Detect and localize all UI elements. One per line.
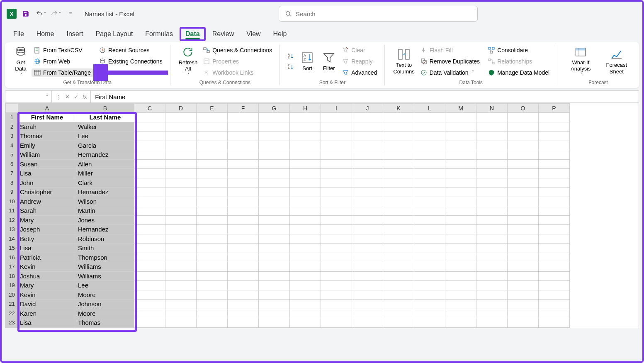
cell[interactable] — [383, 271, 414, 281]
cell[interactable] — [476, 206, 508, 216]
column-header[interactable]: C — [134, 104, 165, 113]
cell[interactable]: Martin — [76, 206, 134, 216]
cell[interactable] — [414, 300, 445, 309]
relationships-button[interactable]: Relationships — [486, 57, 552, 66]
cell[interactable] — [539, 206, 570, 216]
sort-asc-button[interactable]: AZ — [285, 52, 296, 60]
cell[interactable] — [134, 290, 165, 300]
column-header[interactable]: D — [165, 104, 197, 113]
recent-sources-button[interactable]: Recent Sources — [97, 46, 165, 54]
tab-file[interactable]: File — [7, 27, 30, 41]
cell[interactable] — [445, 150, 476, 160]
cell[interactable] — [445, 122, 476, 132]
column-header[interactable]: N — [476, 104, 508, 113]
cell[interactable] — [383, 206, 414, 216]
data-validation-button[interactable]: Data Validation˅ — [418, 68, 482, 77]
cell[interactable] — [290, 141, 321, 150]
cell[interactable] — [134, 244, 165, 253]
cell[interactable]: Allen — [76, 159, 134, 169]
cell[interactable]: Sarah — [18, 206, 76, 216]
cell[interactable] — [259, 122, 290, 132]
cell[interactable] — [445, 290, 476, 300]
cell[interactable] — [352, 150, 383, 160]
cell[interactable] — [259, 318, 290, 328]
cell[interactable] — [383, 300, 414, 309]
cell[interactable] — [508, 113, 539, 122]
cell[interactable] — [134, 300, 165, 309]
cell[interactable] — [228, 244, 259, 253]
cell[interactable] — [321, 290, 352, 300]
cell[interactable] — [321, 169, 352, 178]
cell[interactable] — [165, 206, 197, 216]
cell[interactable] — [445, 271, 476, 281]
cell[interactable] — [414, 281, 445, 290]
cell[interactable] — [539, 150, 570, 160]
name-box[interactable]: ˅ — [5, 91, 52, 102]
cell[interactable] — [197, 290, 228, 300]
cell[interactable]: Karen — [18, 309, 76, 318]
cell[interactable] — [197, 253, 228, 262]
fb-enter[interactable]: ✓ — [73, 94, 80, 100]
cell[interactable] — [414, 197, 445, 206]
cell[interactable] — [539, 159, 570, 169]
cell[interactable] — [383, 178, 414, 188]
cell[interactable]: Wilson — [76, 197, 134, 206]
cell[interactable] — [508, 178, 539, 188]
cell[interactable] — [476, 197, 508, 206]
cell[interactable] — [352, 113, 383, 122]
cell[interactable] — [321, 141, 352, 150]
cell[interactable] — [165, 178, 197, 188]
cell[interactable] — [290, 113, 321, 122]
cell[interactable] — [352, 290, 383, 300]
cell[interactable] — [134, 141, 165, 150]
cell[interactable] — [476, 132, 508, 141]
row-header[interactable]: 18 — [6, 271, 18, 281]
cell[interactable] — [445, 141, 476, 150]
cell[interactable] — [352, 188, 383, 197]
cell[interactable] — [165, 318, 197, 328]
cell[interactable] — [290, 300, 321, 309]
row-header[interactable]: 10 — [6, 197, 18, 206]
cell[interactable]: Moore — [76, 309, 134, 318]
cell[interactable] — [508, 253, 539, 262]
cell[interactable] — [445, 253, 476, 262]
cell[interactable] — [165, 244, 197, 253]
cell[interactable]: Emily — [18, 141, 76, 150]
cell[interactable] — [134, 234, 165, 244]
cell[interactable] — [290, 122, 321, 132]
cell[interactable] — [228, 122, 259, 132]
cell[interactable] — [539, 244, 570, 253]
cell[interactable] — [165, 271, 197, 281]
cell[interactable] — [321, 244, 352, 253]
data-model-button[interactable]: Manage Data Model — [486, 68, 552, 77]
workbook-links-button[interactable]: Workbook Links — [201, 68, 275, 77]
cell[interactable] — [134, 159, 165, 169]
cell[interactable]: Thomas — [18, 132, 76, 141]
cell[interactable] — [259, 309, 290, 318]
cell[interactable] — [445, 206, 476, 216]
cell[interactable] — [352, 253, 383, 262]
cell[interactable] — [352, 159, 383, 169]
cell[interactable]: Clark — [76, 178, 134, 188]
cell[interactable] — [259, 281, 290, 290]
cell[interactable] — [290, 197, 321, 206]
cell[interactable] — [197, 234, 228, 244]
cell[interactable] — [352, 281, 383, 290]
cell[interactable] — [508, 234, 539, 244]
cell[interactable] — [290, 318, 321, 328]
cell[interactable] — [134, 309, 165, 318]
cell[interactable] — [383, 290, 414, 300]
cell[interactable] — [321, 300, 352, 309]
cell[interactable] — [539, 122, 570, 132]
cell[interactable] — [383, 197, 414, 206]
cell[interactable]: Smith — [76, 244, 134, 253]
row-header[interactable]: 15 — [6, 244, 18, 253]
cell[interactable] — [414, 215, 445, 225]
cell[interactable] — [259, 234, 290, 244]
column-header[interactable]: M — [445, 104, 476, 113]
cell[interactable] — [259, 225, 290, 234]
get-data-button[interactable]: Get Data˅ — [10, 45, 32, 78]
filter-button[interactable]: Filter — [318, 45, 340, 78]
tab-data[interactable]: Data — [180, 27, 206, 41]
cell[interactable] — [352, 244, 383, 253]
